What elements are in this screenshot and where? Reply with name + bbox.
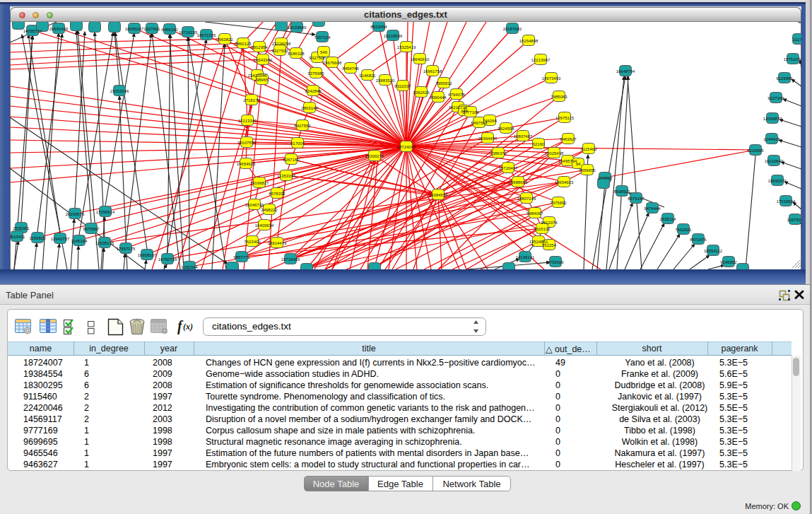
svg-text:8471676: 8471676 [690,238,707,242]
svg-text:23883520: 23883520 [376,78,395,83]
svg-text:17359914: 17359914 [96,210,115,214]
svg-text:23226058: 23226058 [272,42,291,46]
svg-text:7975692: 7975692 [550,201,567,205]
svg-text:1167533: 1167533 [787,218,801,222]
svg-text:1733426: 1733426 [547,260,564,264]
svg-text:8860123: 8860123 [235,42,252,46]
svg-text:10807487: 10807487 [514,134,533,139]
svg-text:citations_edges.txt: citations_edges.txt [212,321,291,332]
svg-text:13325419: 13325419 [397,45,416,49]
svg-text:10688609: 10688609 [509,180,528,185]
svg-text:10107554: 10107554 [237,141,257,145]
svg-text:12213349: 12213349 [238,119,257,123]
svg-text:19384554: 19384554 [429,193,448,197]
svg-text:62160: 62160 [533,142,545,146]
svg-text:6794078: 6794078 [448,93,465,97]
svg-text:9146821: 9146821 [359,74,376,78]
svg-text:16640910: 16640910 [411,57,430,62]
svg-text:98965: 98965 [257,78,269,82]
svg-text:12093873: 12093873 [763,117,782,121]
svg-text:8679197: 8679197 [628,197,645,201]
svg-text:8678332: 8678332 [269,192,286,196]
svg-text:9242845: 9242845 [305,89,322,93]
svg-text:17016504: 17016504 [777,199,796,204]
svg-text:3624554: 3624554 [498,127,514,131]
svg-text:8454749: 8454749 [342,66,359,71]
svg-text:10025438: 10025438 [545,151,564,156]
svg-text:7485063: 7485063 [551,95,567,99]
svg-text:6466160: 6466160 [161,28,178,32]
svg-text:15716485: 15716485 [281,257,300,262]
svg-text:9699695: 9699695 [579,168,596,173]
svg-text:23053346: 23053346 [110,89,129,93]
svg-text:18807249: 18807249 [517,197,536,201]
svg-text:8427552: 8427552 [294,124,311,128]
svg-text:94: 94 [576,162,581,166]
svg-text:1156829: 1156829 [30,236,47,240]
svg-text:20691406: 20691406 [49,27,69,31]
svg-text:16648794: 16648794 [616,69,635,74]
svg-text:16495794: 16495794 [558,159,577,163]
svg-text:15720407: 15720407 [499,166,518,170]
svg-text:1244415: 1244415 [763,137,780,141]
svg-text:12505135: 12505135 [95,241,114,245]
svg-text:16033809: 16033809 [288,25,307,30]
svg-text:(x): (x) [183,322,193,332]
svg-text:1615132: 1615132 [534,227,551,231]
svg-text:12975115: 12975115 [555,116,575,120]
svg-text:10719155: 10719155 [179,30,198,35]
svg-text:11174: 11174 [793,37,801,42]
svg-text:8912954: 8912954 [251,45,268,49]
svg-text:1612074: 1612074 [541,221,558,225]
svg-text:14055724: 14055724 [23,29,42,33]
svg-text:8813054: 8813054 [370,25,387,29]
svg-text:19692971: 19692971 [768,179,787,183]
svg-text:16210643: 16210643 [765,159,784,163]
svg-text:8215955: 8215955 [747,148,764,153]
svg-text:8186328: 8186328 [288,52,305,56]
svg-text:12942757: 12942757 [51,237,70,241]
svg-text:3498222: 3498222 [261,208,278,212]
svg-text:546: 546 [320,50,328,54]
svg-text:16046736: 16046736 [245,203,264,207]
svg-text:2535061: 2535061 [13,226,30,230]
svg-text:1362615: 1362615 [413,90,430,95]
svg-text:16782759: 16782759 [158,257,177,262]
svg-text:9327505: 9327505 [309,56,326,60]
svg-text:1327601: 1327601 [143,27,160,31]
svg-text:1145194: 1145194 [71,239,88,243]
svg-text:9227343: 9227343 [767,96,784,100]
svg-text:10654112: 10654112 [704,249,723,253]
svg-text:16961758: 16961758 [423,69,442,74]
svg-text:9777169: 9777169 [462,110,479,115]
svg-text:19654923: 19654923 [555,180,574,185]
svg-text:164095: 164095 [598,176,613,180]
svg-text:16409934: 16409934 [255,223,274,228]
svg-text:2803144: 2803144 [301,106,318,110]
svg-text:19166827: 19166827 [250,181,269,185]
svg-text:9463627: 9463627 [560,137,577,141]
svg-text:23676608: 23676608 [323,61,342,65]
svg-text:7632621: 7632621 [675,228,692,232]
svg-text:9129965: 9129965 [776,76,793,81]
svg-text:20206576: 20206576 [66,212,85,216]
svg-text:2935114: 2935114 [660,217,677,221]
svg-text:8938921: 8938921 [613,189,630,194]
svg-text:8267150: 8267150 [283,158,300,162]
svg-text:17957275: 17957275 [117,247,136,251]
svg-text:16914479: 16914479 [268,241,287,245]
svg-text:14136141: 14136141 [516,255,535,259]
svg-text:9684067: 9684067 [526,211,543,216]
svg-text:252254: 252254 [542,243,557,247]
svg-text:25300275: 25300275 [365,154,384,158]
svg-text:7955812: 7955812 [435,81,452,86]
svg-text:16543362: 16543362 [254,58,273,62]
svg-text:16154808: 16154808 [519,39,539,43]
svg-text:20364456: 20364456 [478,136,498,141]
svg-text:9327500: 9327500 [271,49,288,53]
svg-text:8322037: 8322037 [394,84,411,88]
svg-text:9975867: 9975867 [83,227,100,231]
svg-text:9245652: 9245652 [720,260,737,264]
svg-text:9913411: 9913411 [10,235,25,239]
svg-text:3375685: 3375685 [307,71,324,76]
